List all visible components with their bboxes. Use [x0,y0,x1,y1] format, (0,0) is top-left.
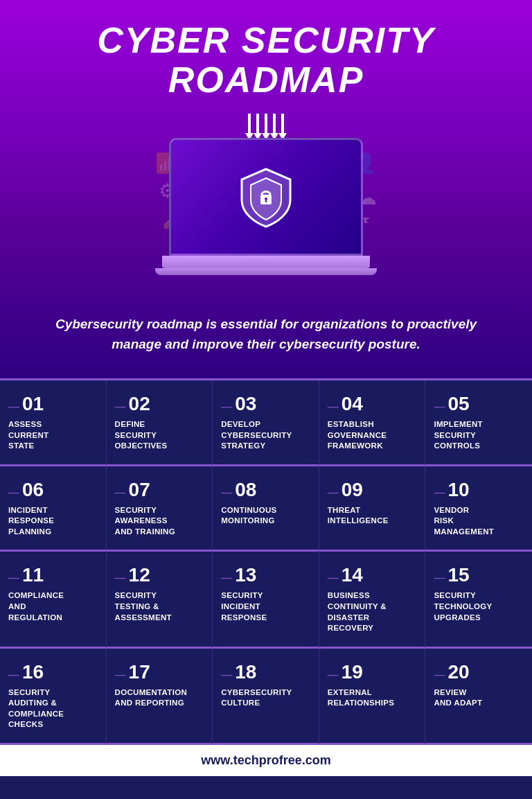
roadmap-item-18: 18CYBERSECURITY CULTURE [213,649,319,745]
header-section: CYBER SECURITY ROADMAP 📶 🔒 ⚙ 🔑 🛡 👤 ☁ 🗝 ⚙ [0,0,532,378]
arrow-3 [265,114,267,134]
roadmap-item-09: 09THREAT INTELLIGENCE [319,466,426,552]
footer: www.techprofree.com [0,745,532,776]
roadmap-item-10: 10VENDOR RISK MANAGEMENT [425,466,532,552]
arrow-1 [248,114,251,134]
item-number-02: 02 [115,393,204,415]
item-label-01: ASSESS CURRENT STATE [8,419,98,452]
item-number-09: 09 [328,479,417,501]
item-number-19: 19 [328,661,417,683]
roadmap-item-17: 17DOCUMENTATION AND REPORTING [107,649,213,745]
roadmap-item-01: 01ASSESS CURRENT STATE [0,380,107,466]
item-number-14: 14 [328,564,417,586]
item-number-12: 12 [115,564,204,586]
item-number-18: 18 [221,661,310,683]
item-number-15: 15 [434,564,524,586]
main-title: CYBER SECURITY ROADMAP [14,21,518,100]
roadmap-item-15: 15SECURITY TECHNOLOGY UPGRADES [425,552,532,648]
laptop-screen [169,138,363,256]
item-label-06: INCIDENT RESPONSE PLANNING [8,505,98,538]
item-label-11: COMPLIANCE AND REGULATION [8,590,98,623]
roadmap-item-05: 05IMPLEMENT SECURITY CONTROLS [425,380,532,466]
item-label-18: CYBERSECURITY CULTURE [221,687,310,709]
roadmap-item-08: 08CONTINUOUS MONITORING [213,466,319,552]
item-label-05: IMPLEMENT SECURITY CONTROLS [434,419,524,452]
item-number-20: 20 [434,661,524,683]
subtitle: Cybersecurity roadmap is essential for o… [14,304,518,365]
item-label-03: DEVELOP CYBERSECURITY STRATEGY [221,419,310,452]
item-number-07: 07 [115,479,204,501]
item-label-13: SECURITY INCIDENT RESPONSE [221,590,310,623]
footer-url: www.techprofree.com [201,753,330,767]
item-number-05: 05 [434,393,524,415]
item-label-10: VENDOR RISK MANAGEMENT [434,505,524,538]
item-label-12: SECURITY TESTING & ASSESSMENT [115,590,204,623]
laptop-illustration: 📶 🔒 ⚙ 🔑 🛡 👤 ☁ 🗝 ⚙ [155,138,377,290]
roadmap-item-12: 12SECURITY TESTING & ASSESSMENT [107,552,213,648]
roadmap-item-19: 19EXTERNAL RELATIONSHIPS [319,649,426,745]
item-number-08: 08 [221,479,310,501]
arrow-2 [256,114,259,134]
item-label-17: DOCUMENTATION AND REPORTING [115,687,204,709]
item-label-08: CONTINUOUS MONITORING [221,505,310,527]
item-number-17: 17 [115,661,204,683]
laptop-stand [155,268,377,275]
roadmap-item-06: 06INCIDENT RESPONSE PLANNING [0,466,107,552]
arrow-5 [281,114,284,134]
item-number-01: 01 [8,393,98,415]
roadmap-item-16: 16SECURITY AUDITING & COMPLIANCE CHECKS [0,649,107,745]
roadmap-item-03: 03DEVELOP CYBERSECURITY STRATEGY [213,380,319,466]
roadmap-item-04: 04ESTABLISH GOVERNANCE FRAMEWORK [319,380,426,466]
roadmap-item-20: 20REVIEW AND ADAPT [425,649,532,745]
item-number-04: 04 [328,393,417,415]
arrow-4 [273,114,276,134]
item-label-14: BUSINESS CONTINUITY & DISASTER RECOVERY [328,590,417,633]
item-label-15: SECURITY TECHNOLOGY UPGRADES [434,590,524,623]
item-label-09: THREAT INTELLIGENCE [328,505,417,527]
item-label-19: EXTERNAL RELATIONSHIPS [328,687,417,709]
roadmap-item-14: 14BUSINESS CONTINUITY & DISASTER RECOVER… [319,552,426,648]
laptop-base [162,256,370,268]
roadmap-item-02: 02DEFINE SECURITY OBJECTIVES [107,380,213,466]
item-number-03: 03 [221,393,310,415]
item-number-16: 16 [8,661,98,683]
content-section: 01ASSESS CURRENT STATE02DEFINE SECURITY … [0,378,532,744]
svg-point-1 [265,197,267,200]
download-arrows [14,114,518,134]
roadmap-item-11: 11COMPLIANCE AND REGULATION [0,552,107,648]
item-label-20: REVIEW AND ADAPT [434,687,524,709]
item-number-06: 06 [8,479,98,501]
shield-icon-large [238,166,294,228]
item-label-16: SECURITY AUDITING & COMPLIANCE CHECKS [8,687,98,730]
item-label-02: DEFINE SECURITY OBJECTIVES [115,419,204,452]
roadmap-item-13: 13SECURITY INCIDENT RESPONSE [213,552,319,648]
roadmap-grid: 01ASSESS CURRENT STATE02DEFINE SECURITY … [0,378,532,744]
item-number-10: 10 [434,479,524,501]
item-label-07: SECURITY AWARENESS AND TRAINING [115,505,204,538]
item-label-04: ESTABLISH GOVERNANCE FRAMEWORK [328,419,417,452]
roadmap-item-07: 07SECURITY AWARENESS AND TRAINING [107,466,213,552]
item-number-13: 13 [221,564,310,586]
item-number-11: 11 [8,564,98,586]
